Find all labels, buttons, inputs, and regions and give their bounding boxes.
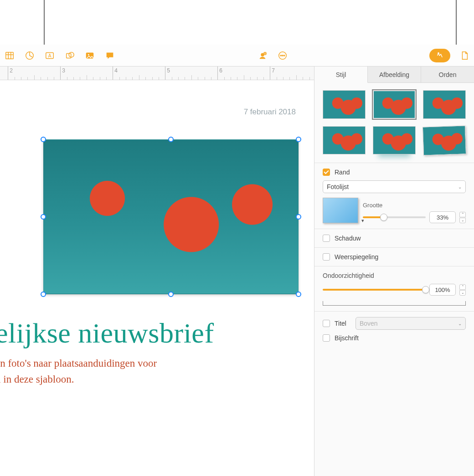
caption-label: Bijschrift [335,334,359,342]
collab-icon[interactable] [257,50,268,61]
document-canvas[interactable]: 7 februari 2018 elijkse nieuwsbrief en f… [0,80,314,476]
tab-arrange[interactable]: Orden [421,67,474,82]
title-position-value: Boven [360,320,378,327]
chevron-down-icon: ⌄ [458,321,462,326]
shadow-label: Schaduw [335,235,361,242]
svg-text:A: A [48,53,52,58]
shape-icon[interactable] [64,50,76,61]
shadow-checkbox[interactable] [323,235,330,242]
style-thumb-4[interactable] [323,126,366,155]
inspector-tabs: Stijl Afbeelding Orden [314,67,474,83]
document-icon[interactable] [459,50,470,61]
border-size-value[interactable]: 33% [429,211,456,223]
opacity-stepper[interactable]: ⌃⌄ [459,284,466,296]
resize-handle-tr[interactable] [296,137,301,142]
reflection-label: Weerspiegeling [335,253,378,261]
svg-point-10 [88,54,89,55]
reflection-checkbox[interactable] [323,253,330,261]
title-position-select[interactable]: Boven ⌄ [356,317,466,330]
style-thumb-5[interactable] [373,126,416,155]
border-type-value: Fotolijst [327,183,349,190]
resize-handle-bl[interactable] [41,292,46,297]
border-size-stepper[interactable]: ⌃⌄ [459,212,466,223]
svg-point-19 [438,52,439,54]
tab-style[interactable]: Stijl [314,67,368,83]
border-section: Rand Fotolijst ⌄ Grootte 33% [314,163,474,229]
title-label: Titel [335,320,346,327]
chevron-down-icon: ⌄ [458,184,462,189]
caption-checkbox[interactable] [323,334,330,342]
subtext-line1: en foto's naar plaatsaanduidingen voor [0,358,157,369]
opacity-bracket [323,301,466,306]
format-button[interactable] [429,49,450,62]
resize-handle-tc[interactable] [168,137,174,142]
border-size-slider[interactable] [363,216,426,218]
app-window: A [0,45,474,476]
shadow-section: Schaduw [314,229,474,247]
style-thumb-2[interactable] [373,90,416,119]
canvas-column: 234567 7 februari 2018 elijkse nieuwsbri… [0,67,314,476]
subtext[interactable]: en foto's naar plaatsaanduidingen voor n… [0,356,157,387]
opacity-value[interactable]: 100% [429,284,456,296]
svg-point-17 [282,55,283,56]
text-icon[interactable]: A [44,50,56,61]
selected-image[interactable] [43,139,299,294]
resize-handle-mr[interactable] [296,214,301,220]
border-checkbox[interactable] [323,169,330,176]
media-icon[interactable] [84,50,96,61]
ruler[interactable]: 234567 [0,67,314,80]
style-thumb-1[interactable] [323,90,366,119]
table-icon[interactable] [4,50,15,61]
image-content [43,139,299,294]
style-thumb-3[interactable] [423,90,466,119]
resize-handle-br[interactable] [296,292,301,297]
headline-text[interactable]: elijkse nieuwsbrief [0,317,214,349]
style-thumb-6[interactable] [422,125,466,155]
svg-point-16 [280,55,281,56]
toolbar: A [0,45,474,67]
chart-icon[interactable] [24,50,36,61]
subtext-line2: n in deze sjabloon. [0,374,74,385]
date-text: 7 februari 2018 [244,107,296,117]
svg-point-18 [284,55,285,56]
frame-preview[interactable] [323,198,358,223]
opacity-label: Ondoorzichtigheid [323,272,466,279]
tab-image[interactable]: Afbeelding [368,67,421,82]
reflection-section: Weerspiegeling [314,247,474,266]
svg-rect-0 [6,52,14,59]
border-label: Rand [335,169,350,176]
title-checkbox[interactable] [323,320,330,327]
inspector-panel: Stijl Afbeelding Orden Rand [314,67,474,476]
title-caption-section: Titel Boven ⌄ Bijschrift [314,311,474,347]
comment-icon[interactable] [104,50,116,61]
resize-handle-bc[interactable] [168,292,174,297]
more-icon[interactable] [277,50,289,61]
border-type-select[interactable]: Fotolijst ⌄ [323,180,466,193]
opacity-section: Ondoorzichtigheid 100% ⌃⌄ [314,266,474,301]
opacity-slider[interactable] [323,289,426,291]
border-size-label: Grootte [363,202,466,209]
resize-handle-tl[interactable] [41,137,46,142]
svg-point-8 [69,52,74,57]
resize-handle-ml[interactable] [41,214,46,220]
callout-line-right [456,0,457,49]
style-thumbnails [314,83,474,163]
